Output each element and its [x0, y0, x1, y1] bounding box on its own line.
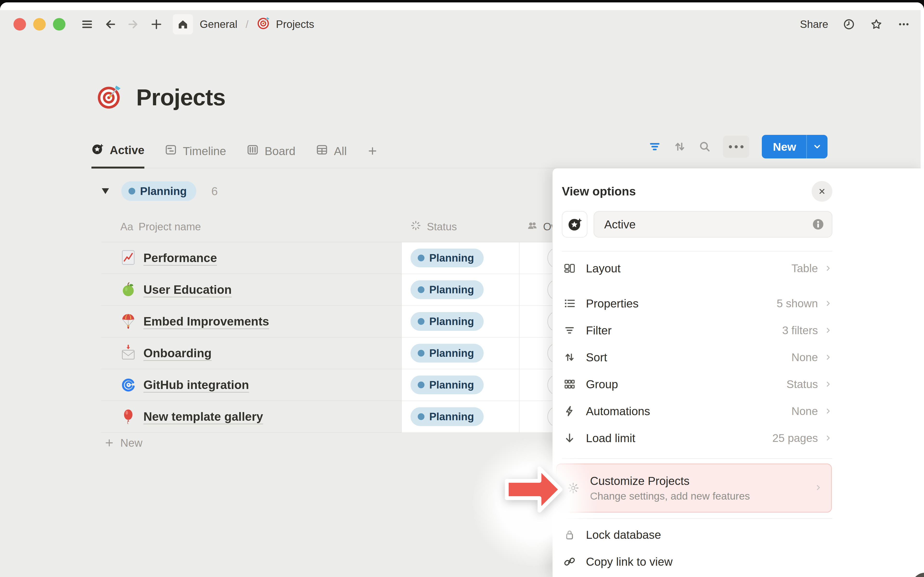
status-cell[interactable]: Planning — [401, 338, 520, 369]
tab-timeline-view[interactable]: Timeline — [165, 134, 226, 169]
table-view-icon — [316, 143, 328, 159]
layout-icon — [562, 262, 577, 274]
status-cell[interactable]: Planning — [401, 306, 520, 338]
close-panel-button[interactable] — [812, 181, 832, 202]
project-name-cell[interactable]: New template gallery — [101, 401, 401, 433]
sort-arrows-icon — [562, 351, 577, 364]
group-status-label: Planning — [140, 185, 187, 198]
share-button[interactable]: Share — [800, 18, 828, 30]
tab-board-view[interactable]: Board — [246, 134, 296, 169]
panel-row-value: None — [792, 351, 818, 364]
view-options-panel: View options Active — [552, 168, 924, 577]
view-options-more-button[interactable] — [723, 135, 749, 158]
project-name[interactable]: User Education — [144, 283, 232, 297]
panel-row-load-limit[interactable]: Load limit 25 pages — [562, 425, 832, 451]
page-icon-target-dart[interactable] — [96, 84, 121, 110]
new-button[interactable]: New — [762, 135, 827, 158]
project-name-cell[interactable]: GitHub integration — [101, 369, 401, 401]
starred-view-badge-icon — [91, 143, 104, 158]
tab-active-view[interactable]: Active — [91, 134, 144, 169]
menu-icon[interactable] — [80, 18, 94, 31]
panel-row-layout[interactable]: Layout Table — [562, 255, 832, 282]
status-cell[interactable]: Planning — [401, 401, 520, 433]
project-name-cell[interactable]: Performance — [101, 242, 401, 274]
project-name-cell[interactable]: Onboarding — [101, 338, 401, 369]
titlebar: General / Projects Share — [0, 10, 924, 39]
screen: General / Projects Share Projects — [0, 0, 924, 577]
panel-row-automations[interactable]: Automations None — [562, 398, 832, 425]
group-count: 6 — [211, 185, 218, 198]
collapse-triangle-icon[interactable] — [101, 187, 110, 195]
chevron-right-icon — [824, 407, 832, 415]
new-tab-plus-icon[interactable] — [150, 18, 163, 31]
panel-row-filter[interactable]: Filter 3 filters — [562, 317, 832, 344]
project-name[interactable]: GitHub integration — [144, 378, 249, 392]
new-button-label: New — [762, 140, 806, 153]
view-star-badge-button[interactable] — [562, 211, 587, 237]
forward-arrow-icon[interactable] — [126, 18, 140, 31]
breadcrumb: General / Projects — [200, 16, 314, 32]
breadcrumb-root[interactable]: General — [200, 18, 237, 30]
status-cell[interactable]: Planning — [401, 242, 520, 274]
status-label: Planning — [429, 316, 474, 327]
breadcrumb-page[interactable]: Projects — [276, 18, 314, 30]
panel-row-sort[interactable]: Sort None — [562, 344, 832, 371]
column-header-status[interactable]: Status — [401, 211, 520, 242]
panel-divider — [562, 251, 832, 251]
view-tabs: Active Timeline Board All — [91, 134, 378, 169]
panel-row-value: 3 filters — [782, 324, 818, 337]
titlebar-actions: Share — [800, 18, 911, 31]
add-view-plus-icon[interactable] — [367, 134, 378, 169]
panel-row-value: 25 pages — [772, 432, 818, 445]
panel-row-label: Copy link to view — [586, 555, 672, 568]
customize-subtitle: Change settings, add new features — [590, 489, 750, 503]
project-name[interactable]: Embed Improvements — [144, 314, 269, 329]
info-icon[interactable] — [811, 218, 825, 231]
status-cell[interactable]: Planning — [401, 369, 520, 401]
sort-arrows-icon[interactable] — [673, 140, 687, 154]
chart-increasing-icon — [120, 250, 136, 266]
chevron-right-icon — [824, 434, 832, 442]
filter-funnel-icon[interactable] — [648, 140, 662, 154]
panel-row-lock-database[interactable]: Lock database — [562, 521, 832, 548]
column-header-project-name[interactable]: Aa Project name — [101, 211, 401, 242]
chevron-right-icon — [824, 326, 832, 334]
minimize-window-button[interactable] — [33, 18, 46, 31]
panel-row-label: Properties — [586, 297, 639, 310]
panel-row-group[interactable]: Group Status — [562, 371, 832, 398]
starred-view-badge-icon — [567, 216, 583, 232]
status-cell[interactable]: Planning — [401, 274, 520, 306]
status-label: Planning — [429, 284, 474, 296]
project-name[interactable]: Performance — [144, 251, 217, 265]
page-title: Projects — [136, 84, 226, 111]
tab-label: Timeline — [183, 145, 226, 158]
clock-icon[interactable] — [842, 18, 856, 31]
group-status-pill[interactable]: Planning — [121, 181, 196, 201]
tab-all-view[interactable]: All — [316, 134, 347, 169]
panel-row-label: Lock database — [586, 528, 661, 542]
timeline-view-icon — [165, 143, 177, 159]
panel-row-copy-link[interactable]: Copy link to view — [562, 548, 832, 575]
home-icon[interactable] — [173, 14, 193, 34]
new-button-chevron-down-icon[interactable] — [807, 142, 827, 151]
project-name-cell[interactable]: User Education — [101, 274, 401, 306]
window-top-edge — [0, 2, 924, 10]
panel-row-properties[interactable]: Properties 5 shown — [562, 290, 832, 317]
close-window-button[interactable] — [13, 18, 26, 31]
panel-row-label: Automations — [586, 405, 650, 418]
search-icon[interactable] — [698, 140, 712, 154]
project-name-cell[interactable]: Embed Improvements — [101, 306, 401, 338]
status-dot — [129, 188, 135, 195]
panel-divider — [562, 458, 832, 459]
project-name[interactable]: Onboarding — [144, 346, 212, 360]
customize-projects-row[interactable]: Customize Projects Change settings, add … — [556, 464, 832, 513]
zoom-window-button[interactable] — [53, 18, 65, 31]
star-icon[interactable] — [870, 18, 883, 31]
close-icon — [817, 187, 827, 196]
back-arrow-icon[interactable] — [103, 18, 117, 31]
status-label: Planning — [429, 347, 474, 359]
project-name[interactable]: New template gallery — [144, 410, 263, 424]
database-toolbar: New — [648, 135, 827, 158]
view-name-input[interactable]: Active — [594, 211, 832, 237]
more-ellipsis-icon[interactable] — [897, 18, 911, 31]
